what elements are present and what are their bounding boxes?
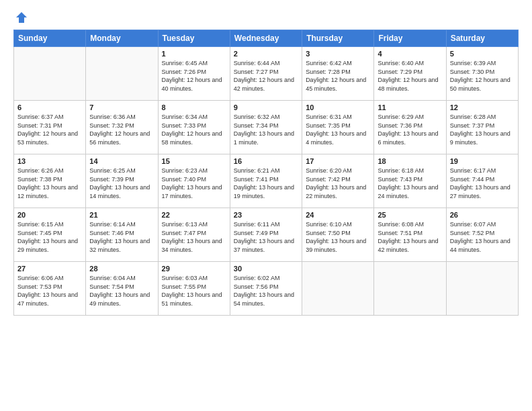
day-number: 15 bbox=[162, 157, 226, 165]
day-info: Sunrise: 6:11 AM Sunset: 7:49 PM Dayligh… bbox=[234, 220, 298, 254]
day-info: Sunrise: 6:03 AM Sunset: 7:55 PM Dayligh… bbox=[162, 274, 226, 308]
calendar-cell bbox=[86, 47, 158, 101]
calendar-week-row: 13Sunrise: 6:26 AM Sunset: 7:38 PM Dayli… bbox=[14, 154, 519, 208]
calendar-cell: 23Sunrise: 6:11 AM Sunset: 7:49 PM Dayli… bbox=[230, 208, 302, 262]
weekday-header: Monday bbox=[86, 30, 158, 47]
day-info: Sunrise: 6:04 AM Sunset: 7:54 PM Dayligh… bbox=[89, 274, 154, 308]
calendar-cell: 15Sunrise: 6:23 AM Sunset: 7:40 PM Dayli… bbox=[158, 154, 230, 208]
day-number: 8 bbox=[162, 103, 226, 111]
calendar-cell: 4Sunrise: 6:40 AM Sunset: 7:29 PM Daylig… bbox=[374, 47, 446, 101]
calendar-cell: 9Sunrise: 6:32 AM Sunset: 7:34 PM Daylig… bbox=[230, 101, 302, 154]
calendar-week-row: 27Sunrise: 6:06 AM Sunset: 7:53 PM Dayli… bbox=[14, 262, 519, 316]
weekday-header: Wednesday bbox=[230, 30, 302, 47]
calendar-cell bbox=[302, 262, 374, 316]
day-info: Sunrise: 6:02 AM Sunset: 7:56 PM Dayligh… bbox=[234, 274, 298, 308]
calendar-cell: 20Sunrise: 6:15 AM Sunset: 7:45 PM Dayli… bbox=[14, 208, 86, 262]
day-info: Sunrise: 6:29 AM Sunset: 7:36 PM Dayligh… bbox=[378, 113, 442, 146]
day-info: Sunrise: 6:37 AM Sunset: 7:31 PM Dayligh… bbox=[17, 113, 82, 146]
day-info: Sunrise: 6:15 AM Sunset: 7:45 PM Dayligh… bbox=[17, 220, 82, 254]
weekday-header: Sunday bbox=[14, 30, 86, 47]
day-info: Sunrise: 6:42 AM Sunset: 7:28 PM Dayligh… bbox=[306, 59, 370, 93]
day-number: 17 bbox=[306, 157, 370, 165]
day-info: Sunrise: 6:06 AM Sunset: 7:53 PM Dayligh… bbox=[17, 274, 82, 308]
day-number: 13 bbox=[17, 157, 82, 165]
header bbox=[13, 11, 519, 24]
day-number: 1 bbox=[162, 50, 226, 58]
day-info: Sunrise: 6:39 AM Sunset: 7:30 PM Dayligh… bbox=[450, 59, 515, 93]
day-number: 20 bbox=[17, 211, 82, 219]
day-info: Sunrise: 6:17 AM Sunset: 7:44 PM Dayligh… bbox=[450, 167, 515, 200]
day-info: Sunrise: 6:44 AM Sunset: 7:27 PM Dayligh… bbox=[234, 59, 298, 93]
calendar-cell: 17Sunrise: 6:20 AM Sunset: 7:42 PM Dayli… bbox=[302, 154, 374, 208]
day-info: Sunrise: 6:13 AM Sunset: 7:47 PM Dayligh… bbox=[162, 220, 226, 254]
calendar-cell: 5Sunrise: 6:39 AM Sunset: 7:30 PM Daylig… bbox=[446, 47, 518, 101]
day-number: 10 bbox=[306, 103, 370, 111]
calendar-cell: 21Sunrise: 6:14 AM Sunset: 7:46 PM Dayli… bbox=[86, 208, 158, 262]
calendar-cell: 22Sunrise: 6:13 AM Sunset: 7:47 PM Dayli… bbox=[158, 208, 230, 262]
day-info: Sunrise: 6:18 AM Sunset: 7:43 PM Dayligh… bbox=[378, 167, 442, 200]
day-number: 28 bbox=[89, 265, 154, 273]
day-number: 11 bbox=[378, 103, 442, 111]
day-info: Sunrise: 6:40 AM Sunset: 7:29 PM Dayligh… bbox=[378, 59, 442, 93]
day-info: Sunrise: 6:36 AM Sunset: 7:32 PM Dayligh… bbox=[89, 113, 154, 146]
weekday-header-row: SundayMondayTuesdayWednesdayThursdayFrid… bbox=[14, 30, 519, 47]
calendar-cell: 10Sunrise: 6:31 AM Sunset: 7:35 PM Dayli… bbox=[302, 101, 374, 154]
calendar-week-row: 6Sunrise: 6:37 AM Sunset: 7:31 PM Daylig… bbox=[14, 101, 519, 154]
calendar-cell: 24Sunrise: 6:10 AM Sunset: 7:50 PM Dayli… bbox=[302, 208, 374, 262]
day-number: 2 bbox=[234, 50, 298, 58]
day-number: 16 bbox=[234, 157, 298, 165]
calendar-week-row: 1Sunrise: 6:45 AM Sunset: 7:26 PM Daylig… bbox=[14, 47, 519, 101]
page: SundayMondayTuesdayWednesdayThursdayFrid… bbox=[0, 0, 532, 411]
day-number: 21 bbox=[89, 211, 154, 219]
calendar-cell: 14Sunrise: 6:25 AM Sunset: 7:39 PM Dayli… bbox=[86, 154, 158, 208]
day-info: Sunrise: 6:07 AM Sunset: 7:52 PM Dayligh… bbox=[450, 220, 515, 254]
day-number: 18 bbox=[378, 157, 442, 165]
day-number: 6 bbox=[17, 103, 82, 111]
day-info: Sunrise: 6:45 AM Sunset: 7:26 PM Dayligh… bbox=[162, 59, 226, 93]
calendar-cell: 11Sunrise: 6:29 AM Sunset: 7:36 PM Dayli… bbox=[374, 101, 446, 154]
calendar-cell: 27Sunrise: 6:06 AM Sunset: 7:53 PM Dayli… bbox=[14, 262, 86, 316]
day-info: Sunrise: 6:08 AM Sunset: 7:51 PM Dayligh… bbox=[378, 220, 442, 254]
day-number: 19 bbox=[450, 157, 515, 165]
day-info: Sunrise: 6:28 AM Sunset: 7:37 PM Dayligh… bbox=[450, 113, 515, 146]
day-number: 23 bbox=[234, 211, 298, 219]
calendar-cell: 29Sunrise: 6:03 AM Sunset: 7:55 PM Dayli… bbox=[158, 262, 230, 316]
calendar-cell: 2Sunrise: 6:44 AM Sunset: 7:27 PM Daylig… bbox=[230, 47, 302, 101]
calendar-cell: 19Sunrise: 6:17 AM Sunset: 7:44 PM Dayli… bbox=[446, 154, 518, 208]
logo-icon bbox=[15, 11, 28, 24]
calendar-cell: 12Sunrise: 6:28 AM Sunset: 7:37 PM Dayli… bbox=[446, 101, 518, 154]
calendar-cell: 28Sunrise: 6:04 AM Sunset: 7:54 PM Dayli… bbox=[86, 262, 158, 316]
calendar-cell bbox=[374, 262, 446, 316]
calendar-cell: 1Sunrise: 6:45 AM Sunset: 7:26 PM Daylig… bbox=[158, 47, 230, 101]
svg-marker-0 bbox=[16, 12, 27, 23]
day-number: 30 bbox=[234, 265, 298, 273]
calendar-cell: 6Sunrise: 6:37 AM Sunset: 7:31 PM Daylig… bbox=[14, 101, 86, 154]
day-number: 22 bbox=[162, 211, 226, 219]
day-number: 3 bbox=[306, 50, 370, 58]
weekday-header: Friday bbox=[374, 30, 446, 47]
logo bbox=[13, 11, 28, 24]
calendar-cell bbox=[14, 47, 86, 101]
day-number: 29 bbox=[162, 265, 226, 273]
calendar-cell: 25Sunrise: 6:08 AM Sunset: 7:51 PM Dayli… bbox=[374, 208, 446, 262]
calendar-table: SundayMondayTuesdayWednesdayThursdayFrid… bbox=[13, 30, 519, 316]
calendar-cell bbox=[446, 262, 518, 316]
day-number: 24 bbox=[306, 211, 370, 219]
calendar-cell: 13Sunrise: 6:26 AM Sunset: 7:38 PM Dayli… bbox=[14, 154, 86, 208]
calendar-cell: 8Sunrise: 6:34 AM Sunset: 7:33 PM Daylig… bbox=[158, 101, 230, 154]
calendar-cell: 3Sunrise: 6:42 AM Sunset: 7:28 PM Daylig… bbox=[302, 47, 374, 101]
calendar-cell: 18Sunrise: 6:18 AM Sunset: 7:43 PM Dayli… bbox=[374, 154, 446, 208]
day-info: Sunrise: 6:34 AM Sunset: 7:33 PM Dayligh… bbox=[162, 113, 226, 146]
day-info: Sunrise: 6:14 AM Sunset: 7:46 PM Dayligh… bbox=[89, 220, 154, 254]
day-info: Sunrise: 6:21 AM Sunset: 7:41 PM Dayligh… bbox=[234, 167, 298, 200]
day-number: 25 bbox=[378, 211, 442, 219]
day-number: 26 bbox=[450, 211, 515, 219]
day-number: 5 bbox=[450, 50, 515, 58]
weekday-header: Thursday bbox=[302, 30, 374, 47]
day-number: 4 bbox=[378, 50, 442, 58]
calendar-cell: 26Sunrise: 6:07 AM Sunset: 7:52 PM Dayli… bbox=[446, 208, 518, 262]
day-number: 12 bbox=[450, 103, 515, 111]
day-number: 14 bbox=[89, 157, 154, 165]
day-number: 27 bbox=[17, 265, 82, 273]
day-number: 7 bbox=[89, 103, 154, 111]
